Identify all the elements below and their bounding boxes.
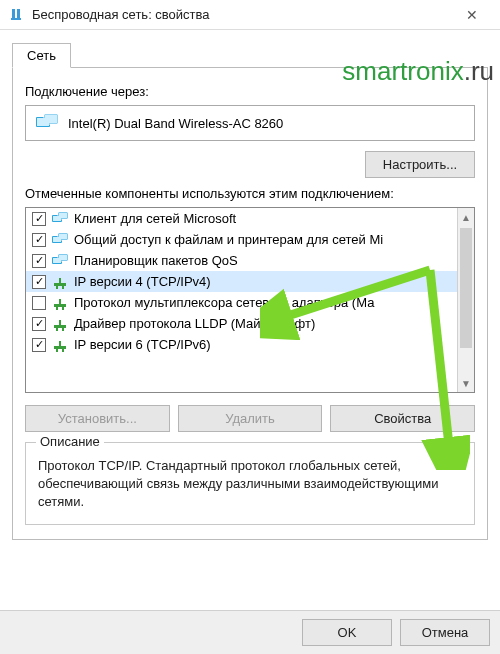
description-title: Описание bbox=[36, 434, 104, 449]
list-item[interactable]: Общий доступ к файлам и принтерам для се… bbox=[26, 229, 474, 250]
protocol-icon bbox=[52, 317, 68, 331]
svg-rect-2 bbox=[11, 18, 21, 20]
scroll-down-icon[interactable]: ▼ bbox=[458, 374, 474, 392]
svg-rect-33 bbox=[56, 349, 58, 352]
list-item-label: Планировщик пакетов QoS bbox=[74, 253, 238, 268]
list-item-label: IP версии 4 (TCP/IPv4) bbox=[74, 274, 211, 289]
network-adapter-icon bbox=[36, 114, 58, 132]
svg-rect-26 bbox=[62, 307, 64, 310]
protocol-icon bbox=[52, 275, 68, 289]
list-item-label: Драйвер протокола LLDP (Майкрософт) bbox=[74, 316, 315, 331]
checkbox[interactable] bbox=[32, 233, 46, 247]
monitors-icon bbox=[52, 212, 68, 226]
svg-rect-6 bbox=[45, 115, 57, 123]
list-item[interactable]: Драйвер протокола LLDP (Майкрософт) bbox=[26, 313, 474, 334]
properties-button[interactable]: Свойства bbox=[330, 405, 475, 432]
list-item-label: Клиент для сетей Microsoft bbox=[74, 211, 236, 226]
scrollbar[interactable]: ▲ ▼ bbox=[457, 208, 474, 392]
dialog-footer: OK Отмена bbox=[0, 610, 500, 654]
svg-rect-14 bbox=[59, 234, 67, 239]
checkbox[interactable] bbox=[32, 296, 46, 310]
components-list[interactable]: Клиент для сетей MicrosoftОбщий доступ к… bbox=[25, 207, 475, 393]
protocol-icon bbox=[52, 296, 68, 310]
svg-rect-10 bbox=[59, 213, 67, 218]
cancel-button[interactable]: Отмена bbox=[400, 619, 490, 646]
components-label: Отмеченные компоненты используются этим … bbox=[25, 186, 475, 201]
window-title: Беспроводная сеть: свойства bbox=[32, 7, 452, 22]
svg-rect-34 bbox=[62, 349, 64, 352]
list-item-label: IP версии 6 (TCP/IPv6) bbox=[74, 337, 211, 352]
checkbox[interactable] bbox=[32, 254, 46, 268]
list-item[interactable]: Клиент для сетей Microsoft bbox=[26, 208, 474, 229]
monitors-icon bbox=[52, 233, 68, 247]
svg-rect-25 bbox=[56, 307, 58, 310]
list-item[interactable]: IP версии 6 (TCP/IPv6) bbox=[26, 334, 474, 355]
svg-rect-22 bbox=[62, 286, 64, 289]
checkbox[interactable] bbox=[32, 212, 46, 226]
list-item-label: Общий доступ к файлам и принтерам для се… bbox=[74, 232, 383, 247]
ok-button[interactable]: OK bbox=[302, 619, 392, 646]
protocol-icon bbox=[52, 338, 68, 352]
remove-button[interactable]: Удалить bbox=[178, 405, 323, 432]
list-item[interactable]: Протокол мультиплексора сетевого адаптер… bbox=[26, 292, 474, 313]
svg-rect-29 bbox=[56, 328, 58, 331]
checkbox[interactable] bbox=[32, 338, 46, 352]
configure-button[interactable]: Настроить... bbox=[365, 151, 475, 178]
svg-rect-18 bbox=[59, 255, 67, 260]
adapter-name: Intel(R) Dual Band Wireless-AC 8260 bbox=[68, 116, 283, 131]
list-item[interactable]: Планировщик пакетов QoS bbox=[26, 250, 474, 271]
titlebar: Беспроводная сеть: свойства ✕ bbox=[0, 0, 500, 30]
svg-rect-23 bbox=[54, 304, 66, 307]
close-button[interactable]: ✕ bbox=[452, 0, 492, 30]
list-item[interactable]: IP версии 4 (TCP/IPv4) bbox=[26, 271, 474, 292]
panel-network: Подключение через: Intel(R) Dual Band Wi… bbox=[12, 67, 488, 540]
svg-rect-0 bbox=[12, 9, 15, 18]
svg-rect-27 bbox=[54, 325, 66, 328]
checkbox[interactable] bbox=[32, 317, 46, 331]
monitors-icon bbox=[52, 254, 68, 268]
description-text: Протокол TCP/IP. Стандартный протокол гл… bbox=[38, 457, 462, 512]
list-item-label: Протокол мультиплексора сетевого адаптер… bbox=[74, 295, 374, 310]
svg-rect-1 bbox=[17, 9, 20, 18]
scroll-thumb[interactable] bbox=[460, 228, 472, 348]
window-icon bbox=[8, 7, 24, 23]
svg-rect-20 bbox=[59, 278, 61, 283]
svg-rect-24 bbox=[59, 299, 61, 304]
watermark: smartronix.ru bbox=[342, 56, 494, 87]
checkbox[interactable] bbox=[32, 275, 46, 289]
svg-rect-21 bbox=[56, 286, 58, 289]
scroll-up-icon[interactable]: ▲ bbox=[458, 208, 474, 226]
svg-rect-30 bbox=[62, 328, 64, 331]
tab-network[interactable]: Сеть bbox=[12, 43, 71, 68]
description-group: Описание Протокол TCP/IP. Стандартный пр… bbox=[25, 442, 475, 525]
svg-rect-31 bbox=[54, 346, 66, 349]
svg-rect-32 bbox=[59, 341, 61, 346]
svg-rect-28 bbox=[59, 320, 61, 325]
adapter-box: Intel(R) Dual Band Wireless-AC 8260 bbox=[25, 105, 475, 141]
install-button[interactable]: Установить... bbox=[25, 405, 170, 432]
svg-rect-19 bbox=[54, 283, 66, 286]
